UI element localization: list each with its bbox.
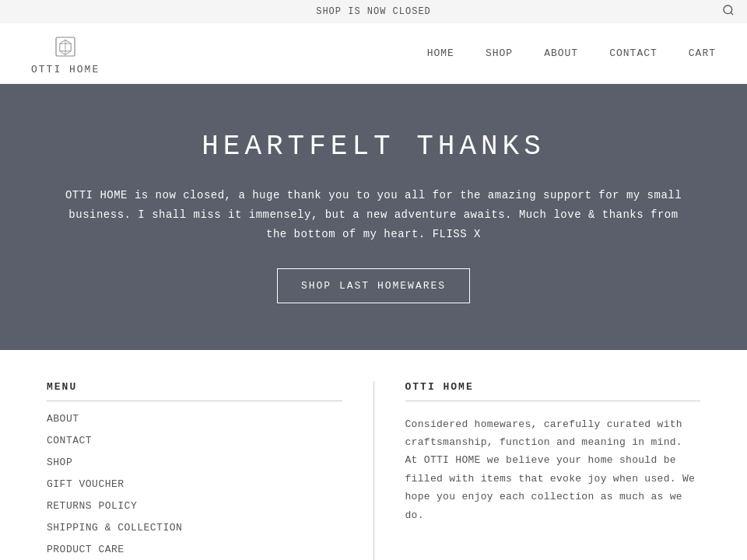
logo-text: OTTI HOME	[31, 64, 100, 75]
list-item: PRODUCT CARE	[47, 543, 342, 555]
svg-point-0	[724, 5, 732, 14]
footer-divider	[374, 381, 374, 560]
footer-menu-col: MENU ABOUTCONTACTSHOPGIFT VOUCHERRETURNS…	[47, 381, 342, 560]
footer-brand-desc: Considered homewares, carefully curated …	[405, 412, 701, 524]
announcement-bar: SHOP IS NOW CLOSED	[0, 0, 747, 23]
nav-shop[interactable]: SHOP	[486, 47, 513, 59]
nav-cart[interactable]: CART	[689, 47, 716, 59]
logo[interactable]: OTTI HOME	[31, 31, 100, 75]
footer-menu-link[interactable]: CONTACT	[47, 435, 92, 446]
list-item: SHIPPING & COLLECTION	[47, 521, 342, 534]
list-item: SHOP	[47, 456, 342, 468]
footer-main: MENU ABOUTCONTACTSHOPGIFT VOUCHERRETURNS…	[0, 350, 747, 560]
footer-brand-col: OTTI HOME Considered homewares, carefull…	[405, 381, 701, 560]
list-item: CONTACT	[47, 434, 342, 446]
hero-body: OTTI HOME is now closed, a huge thank yo…	[62, 186, 685, 245]
footer-menu-link[interactable]: SHIPPING & COLLECTION	[47, 522, 182, 534]
search-icon[interactable]	[722, 4, 735, 19]
footer-menu-heading: MENU	[47, 381, 342, 401]
main-nav: HOME SHOP ABOUT CONTACT CART	[427, 47, 716, 59]
list-item: ABOUT	[47, 412, 342, 425]
footer-menu-link[interactable]: RETURNS POLICY	[47, 500, 137, 512]
nav-contact[interactable]: CONTACT	[609, 47, 658, 59]
footer-menu-link[interactable]: ABOUT	[47, 413, 79, 425]
nav-about[interactable]: ABOUT	[544, 47, 578, 59]
hero-section: HEARTFELT THANKS OTTI HOME is now closed…	[0, 84, 747, 350]
svg-line-1	[731, 12, 733, 15]
announcement-text: SHOP IS NOW CLOSED	[316, 6, 431, 17]
shop-last-button[interactable]: SHOP LAST HOMEWARES	[277, 268, 470, 303]
footer-menu-list: ABOUTCONTACTSHOPGIFT VOUCHERRETURNS POLI…	[47, 412, 342, 555]
list-item: RETURNS POLICY	[47, 499, 342, 512]
site-header: OTTI HOME HOME SHOP ABOUT CONTACT CART	[0, 23, 747, 84]
footer-menu-link[interactable]: SHOP	[47, 457, 72, 468]
nav-home[interactable]: HOME	[427, 47, 454, 59]
footer-menu-link[interactable]: GIFT VOUCHER	[47, 478, 124, 490]
footer-brand-heading: OTTI HOME	[405, 381, 701, 401]
list-item: GIFT VOUCHER	[47, 478, 342, 490]
footer-menu-link[interactable]: PRODUCT CARE	[47, 544, 124, 555]
hero-title: HEARTFELT THANKS	[62, 131, 685, 163]
